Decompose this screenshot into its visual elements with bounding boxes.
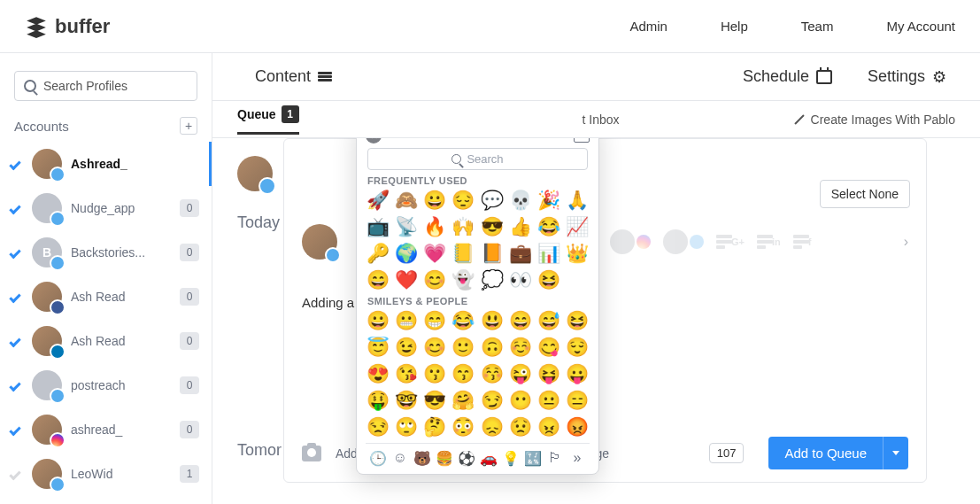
emoji[interactable]: 😬 <box>394 308 419 331</box>
composer-active-profile[interactable] <box>302 224 337 260</box>
add-to-queue-button[interactable]: Add to Queue <box>768 437 908 469</box>
emoji[interactable]: 💗 <box>422 241 447 264</box>
tab-settings[interactable]: Settings ⚙ <box>868 67 946 87</box>
ghost-profile[interactable]: f <box>793 235 812 249</box>
emoji[interactable]: 😂 <box>536 214 561 237</box>
emoji-category[interactable]: ⚽ <box>458 449 475 467</box>
emoji[interactable]: 😑 <box>565 388 590 411</box>
emoji[interactable]: 😇 <box>366 335 390 358</box>
add-to-queue-dropdown[interactable] <box>883 437 908 469</box>
emoji[interactable]: 🤗 <box>451 388 475 411</box>
emoji[interactable]: 🌍 <box>394 241 419 264</box>
emoji[interactable]: 👍 <box>508 214 533 237</box>
emoji-category[interactable]: 🐻 <box>413 449 431 467</box>
emoji[interactable]: 😁 <box>422 308 447 331</box>
emoji[interactable]: 💼 <box>508 241 533 264</box>
emoji[interactable]: 💬 <box>480 188 505 211</box>
emoji[interactable]: 📒 <box>451 241 475 264</box>
emoji[interactable]: 🔥 <box>422 214 447 237</box>
emoji[interactable]: 😎 <box>480 214 505 237</box>
emoji-category[interactable]: 🍔 <box>436 449 453 467</box>
emoji[interactable]: 😝 <box>536 361 561 384</box>
emoji[interactable]: 📊 <box>536 241 561 264</box>
nav-account[interactable]: My Account <box>886 19 955 34</box>
emoji-category[interactable]: 💡 <box>502 449 520 467</box>
emoji[interactable]: 👀 <box>508 268 533 291</box>
emoji[interactable]: 🤑 <box>366 388 390 411</box>
emoji[interactable]: 👻 <box>451 268 475 291</box>
brand-logo[interactable]: buffer <box>25 15 110 38</box>
emoji[interactable]: 😊 <box>422 335 447 358</box>
emoji[interactable]: 😜 <box>508 361 533 384</box>
emoji-category[interactable]: 🏳 <box>546 449 564 467</box>
emoji-category[interactable]: 🕒 <box>369 449 387 467</box>
emoji[interactable]: ☺️ <box>508 335 533 358</box>
tab-content[interactable]: Content <box>255 67 332 86</box>
emoji[interactable]: 😀 <box>366 308 390 331</box>
emoji[interactable]: 😞 <box>480 415 505 438</box>
account-row[interactable]: LeoWid1 <box>0 452 212 496</box>
add-account-button[interactable]: + <box>180 117 197 135</box>
nav-help[interactable]: Help <box>721 19 748 34</box>
emoji[interactable]: 😘 <box>394 361 419 384</box>
chevron-right-icon[interactable]: › <box>904 234 908 250</box>
emoji-search[interactable]: Search <box>367 148 588 170</box>
emoji[interactable]: 😅 <box>536 308 561 331</box>
account-row[interactable]: Nudge_app0 <box>0 186 212 230</box>
emoji[interactable]: 📙 <box>480 241 505 264</box>
emoji[interactable]: 🙂 <box>451 335 475 358</box>
emoji[interactable]: 😛 <box>565 361 590 384</box>
account-row[interactable]: postreach0 <box>0 363 212 407</box>
emoji[interactable]: 😃 <box>480 308 505 331</box>
emoji[interactable]: 😚 <box>480 361 505 384</box>
emoji[interactable]: 🙃 <box>480 335 505 358</box>
calendar-icon[interactable] <box>574 138 590 143</box>
emoji[interactable]: 😋 <box>536 335 561 358</box>
emoji[interactable]: 🙄 <box>394 415 419 438</box>
ghost-profile[interactable] <box>610 229 651 254</box>
emoji[interactable]: 🚀 <box>366 188 390 211</box>
ghost-profile[interactable]: G+ <box>716 235 745 249</box>
close-icon[interactable]: ✕ <box>366 138 382 143</box>
emoji-category[interactable]: 🚗 <box>480 449 498 467</box>
emoji[interactable]: 😄 <box>366 268 390 291</box>
emoji[interactable]: 😄 <box>508 308 533 331</box>
emoji[interactable]: 🎉 <box>536 188 561 211</box>
nav-team[interactable]: Team <box>801 19 834 34</box>
profile-search[interactable]: Search Profiles <box>14 71 197 101</box>
emoji[interactable]: 😍 <box>366 361 390 384</box>
ghost-profile[interactable] <box>663 229 704 254</box>
emoji[interactable]: 😎 <box>422 388 447 411</box>
emoji-category[interactable]: ☺ <box>391 449 409 467</box>
emoji[interactable]: 🤔 <box>422 415 447 438</box>
emoji[interactable]: 😔 <box>451 188 475 211</box>
account-row[interactable]: Ash Read0 <box>0 275 212 319</box>
emoji-category[interactable]: » <box>568 449 586 467</box>
account-row[interactable]: BBackstories...0 <box>0 230 212 275</box>
emoji[interactable]: 😐 <box>536 388 561 411</box>
emoji[interactable]: 😳 <box>451 415 475 438</box>
emoji[interactable]: 😏 <box>480 388 505 411</box>
emoji[interactable]: ❤️ <box>394 268 419 291</box>
emoji[interactable]: 😠 <box>536 415 561 438</box>
emoji[interactable]: 😆 <box>565 308 590 331</box>
emoji[interactable]: 😉 <box>394 335 419 358</box>
emoji[interactable]: 😒 <box>366 415 390 438</box>
camera-icon[interactable] <box>302 446 321 461</box>
select-none-button[interactable]: Select None <box>820 180 910 208</box>
nav-admin[interactable]: Admin <box>629 19 667 34</box>
emoji[interactable]: 😀 <box>422 188 447 211</box>
emoji[interactable]: 😆 <box>536 268 561 291</box>
emoji-category[interactable]: 🔣 <box>524 449 542 467</box>
emoji[interactable] <box>565 268 590 291</box>
emoji[interactable]: 🔑 <box>366 241 390 264</box>
account-row[interactable]: ashread_0 <box>0 407 212 452</box>
emoji[interactable]: 😙 <box>451 361 475 384</box>
emoji[interactable]: 🤓 <box>394 388 419 411</box>
emoji[interactable]: 😊 <box>422 268 447 291</box>
emoji[interactable]: 📡 <box>394 214 419 237</box>
subtab-queue[interactable]: Queue 1 <box>237 105 299 135</box>
account-row[interactable]: Ash Read0 <box>0 319 212 363</box>
subtab-inbox-partial[interactable]: t Inbox <box>583 112 620 127</box>
emoji[interactable]: 😗 <box>422 361 447 384</box>
